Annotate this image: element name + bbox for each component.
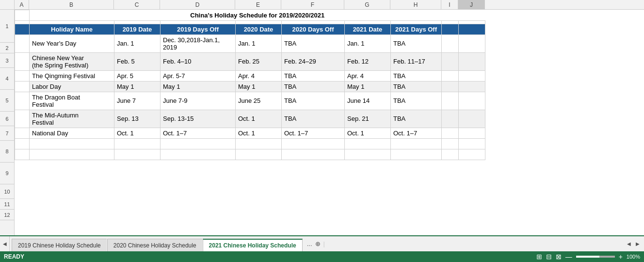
cell-i12	[442, 149, 459, 160]
row-numbers: 1 2 3 4 5 6 7 8 9 10 11 12	[0, 10, 15, 235]
row-num-6[interactable]: 6	[0, 112, 14, 126]
row-8: The Dragon BoatFestival June 7 June 7-9 …	[15, 92, 485, 110]
cell-c11	[114, 138, 161, 149]
zoom-slider[interactable]	[576, 256, 615, 258]
col-header-i[interactable]: I	[441, 0, 458, 9]
cell-d11	[161, 138, 236, 149]
tab-2021-label: 2021 Chinese Holiday Schedule	[209, 242, 296, 249]
col-header-j[interactable]: J	[458, 0, 485, 9]
cell-i4	[442, 34, 459, 52]
header-2019-daysoff: 2019 Days Off	[161, 24, 236, 34]
sheet-tabs: 2019 Chinese Holiday Schedule 2020 Chine…	[10, 236, 303, 251]
row-10: National Day Oct. 1 Oct. 1–7 Oct. 1 Oct.…	[15, 128, 485, 138]
cell-h4: TBA	[391, 34, 442, 52]
tab-2019-label: 2019 Chinese Holiday Schedule	[18, 242, 101, 249]
tab-2019[interactable]: 2019 Chinese Holiday Schedule	[12, 239, 107, 251]
cell-j10	[459, 128, 485, 138]
sheet-table: China's Holiday Schedule for 2019/2020/2…	[15, 10, 485, 160]
cell-f10: Oct. 1–7	[282, 128, 345, 138]
row-num-7[interactable]: 7	[0, 126, 14, 141]
col-header-e[interactable]: E	[235, 0, 281, 9]
status-right: ⊞ ⊟ ⊠ — + 100%	[536, 253, 640, 261]
cell-i5	[442, 52, 459, 70]
cell-f6: TBA	[282, 70, 345, 81]
cell-a4	[15, 34, 30, 52]
cell-b8: The Dragon BoatFestival	[30, 92, 114, 110]
cell-i11	[442, 138, 459, 149]
corner-cell	[0, 0, 15, 9]
zoom-out-icon[interactable]: —	[565, 253, 572, 261]
cell-g4: Jan. 1	[345, 34, 391, 52]
tab-scroll-left[interactable]: ◀	[0, 236, 10, 251]
scroll-right-arrow[interactable]: ▶	[634, 241, 641, 247]
cell-b7: Labor Day	[30, 81, 114, 92]
view-layout-icon[interactable]: ⊟	[546, 253, 552, 261]
cell-j9	[459, 110, 485, 128]
cell-b5: Chinese New Year(the Spring Festival)	[30, 52, 114, 70]
row-num-11[interactable]: 11	[0, 199, 14, 210]
row-9: The Mid-AutumnFestival Sep. 13 Sep. 13-1…	[15, 110, 485, 128]
cell-c6: Apr. 5	[114, 70, 161, 81]
col-header-c[interactable]: C	[114, 0, 160, 9]
cell-f8: TBA	[282, 92, 345, 110]
column-headers: A B C D E F G H I J	[0, 0, 644, 10]
row-11	[15, 138, 485, 149]
cell-d5: Feb. 4–10	[161, 52, 236, 70]
cell-b4: New Year's Day	[30, 34, 114, 52]
row-num-2[interactable]: 2	[0, 43, 14, 53]
tab-add-button[interactable]: ⊕	[315, 240, 321, 247]
col-header-b[interactable]: B	[29, 0, 114, 9]
tab-extras: ... ⊕ |	[303, 236, 325, 251]
scroll-left-arrow[interactable]: ◀	[626, 241, 632, 247]
header-empty-i	[442, 24, 459, 34]
tab-2021[interactable]: 2021 Chinese Holiday Schedule	[203, 239, 303, 251]
row-4: New Year's Day Jan. 1 Dec. 30,2018-Jan.1…	[15, 34, 485, 52]
cell-e6: Apr. 4	[236, 70, 282, 81]
cell-f4: TBA	[282, 34, 345, 52]
cell-c7: May 1	[114, 81, 161, 92]
tab-ellipsis[interactable]: ...	[307, 240, 312, 247]
row-num-12[interactable]: 12	[0, 210, 14, 220]
cell-i10	[442, 128, 459, 138]
row-num-8[interactable]: 8	[0, 141, 14, 163]
bottom-bar: ◀ 2019 Chinese Holiday Schedule 2020 Chi…	[0, 235, 644, 251]
cell-h7: TBA	[391, 81, 442, 92]
view-page-icon[interactable]: ⊠	[556, 253, 562, 261]
cell-a11	[15, 138, 30, 149]
col-header-h[interactable]: H	[390, 0, 441, 9]
cell-h11	[391, 138, 442, 149]
cell-j5	[459, 52, 485, 70]
cell-a10	[15, 128, 30, 138]
header-empty-j	[459, 24, 485, 34]
cell-d8: June 7-9	[161, 92, 236, 110]
row-num-5[interactable]: 5	[0, 90, 14, 112]
tab-2020[interactable]: 2020 Chinese Holiday Schedule	[107, 239, 202, 251]
row-num-9[interactable]: 9	[0, 163, 14, 184]
view-normal-icon[interactable]: ⊞	[536, 253, 542, 261]
row-num-1[interactable]: 1	[0, 10, 14, 43]
col-header-f[interactable]: F	[281, 0, 344, 9]
cell-i6	[442, 70, 459, 81]
cell-e4: Jan. 1	[236, 34, 282, 52]
cell-b12	[30, 149, 114, 160]
zoom-in-icon[interactable]: +	[619, 253, 623, 261]
status-bar: READY ⊞ ⊟ ⊠ — + 100%	[0, 251, 644, 262]
zoom-percent: 100%	[627, 254, 640, 260]
cell-h2	[391, 20, 442, 24]
cell-a1	[15, 10, 30, 21]
cell-h6: TBA	[391, 70, 442, 81]
row-num-3[interactable]: 3	[0, 53, 14, 68]
row-num-10[interactable]: 10	[0, 184, 14, 199]
row-num-4[interactable]: 4	[0, 68, 14, 90]
col-header-a[interactable]: A	[15, 0, 29, 9]
cell-j8	[459, 92, 485, 110]
cell-g11	[345, 138, 391, 149]
header-2020-daysoff: 2020 Days Off	[282, 24, 345, 34]
row-12	[15, 149, 485, 160]
col-header-d[interactable]: D	[160, 0, 235, 9]
col-header-g[interactable]: G	[344, 0, 390, 9]
header-holiday-name: Holiday Name	[30, 24, 114, 34]
row-1: China's Holiday Schedule for 2019/2020/2…	[15, 10, 485, 21]
row-2	[15, 20, 485, 24]
cell-c10: Oct. 1	[114, 128, 161, 138]
